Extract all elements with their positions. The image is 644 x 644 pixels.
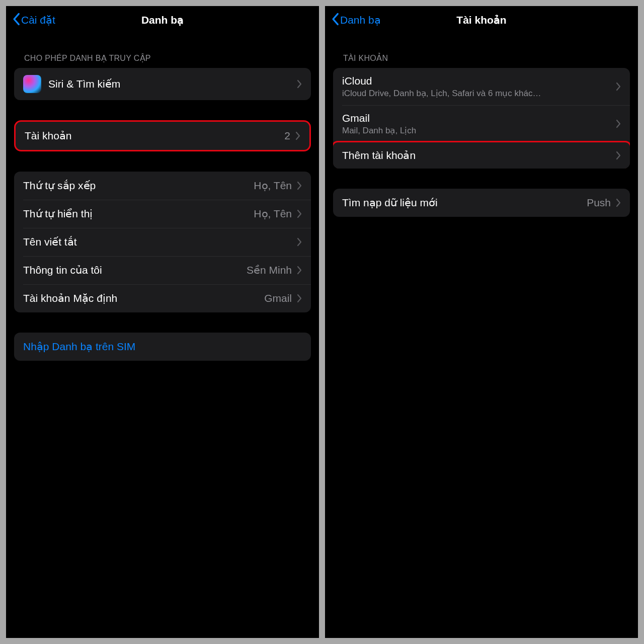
- chevron-right-icon: [616, 151, 621, 160]
- row-my-info[interactable]: Thông tin của tôi Sền Minh: [14, 256, 311, 284]
- row-label: Thông tin của tôi: [23, 264, 247, 276]
- row-short-name[interactable]: Tên viết tắt: [14, 228, 311, 256]
- row-label: Siri & Tìm kiếm: [48, 78, 297, 90]
- section-header-allow-access: CHO PHÉP DANH BẠ TRUY CẬP: [6, 34, 319, 68]
- siri-icon: [23, 75, 41, 93]
- chevron-right-icon: [295, 131, 300, 140]
- row-import-sim[interactable]: Nhập Danh bạ trên SIM: [14, 333, 311, 361]
- screen-accounts: Danh bạ Tài khoản TÀI KHOẢN iCloud iClou…: [325, 6, 638, 638]
- row-link-label: Nhập Danh bạ trên SIM: [23, 341, 135, 353]
- chevron-right-icon: [297, 266, 302, 275]
- chevron-right-icon: [616, 119, 621, 128]
- back-button[interactable]: Cài đặt: [12, 13, 55, 28]
- row-label: Thứ tự sắp xếp: [23, 180, 254, 192]
- nav-title: Tài khoản: [456, 14, 506, 26]
- row-sort-order[interactable]: Thứ tự sắp xếp Họ, Tên: [14, 172, 311, 200]
- chevron-right-icon: [297, 237, 302, 247]
- chevron-right-icon: [616, 198, 621, 207]
- group-preferences: Thứ tự sắp xếp Họ, Tên Thứ tự hiển thị H…: [14, 172, 311, 312]
- group-siri: Siri & Tìm kiếm: [14, 68, 311, 100]
- row-display-order[interactable]: Thứ tự hiển thị Họ, Tên: [14, 200, 311, 228]
- group-accounts-highlighted: Tài khoản 2: [14, 120, 311, 151]
- row-label: Tìm nạp dữ liệu mới: [342, 197, 587, 209]
- row-label: Tài khoản Mặc định: [23, 292, 264, 304]
- row-icloud[interactable]: iCloud iCloud Drive, Danh bạ, Lịch, Safa…: [333, 68, 630, 105]
- row-label: Tài khoản: [25, 130, 284, 142]
- row-value: Họ, Tên: [254, 180, 292, 192]
- chevron-right-icon: [616, 82, 621, 91]
- row-label: Gmail: [342, 112, 616, 124]
- chevron-right-icon: [297, 79, 302, 89]
- chevron-right-icon: [297, 209, 302, 218]
- row-default-account[interactable]: Tài khoản Mặc định Gmail: [14, 284, 311, 312]
- row-value: Gmail: [264, 292, 292, 304]
- nav-title: Danh bạ: [141, 14, 184, 26]
- chevron-right-icon: [297, 181, 302, 190]
- group-fetch: Tìm nạp dữ liệu mới Push: [333, 189, 630, 217]
- row-label: Thứ tự hiển thị: [23, 208, 254, 220]
- row-add-account-highlighted[interactable]: Thêm tài khoản: [333, 141, 630, 169]
- row-siri-search[interactable]: Siri & Tìm kiếm: [14, 68, 311, 100]
- row-sublabel: iCloud Drive, Danh bạ, Lịch, Safari và 6…: [342, 88, 616, 99]
- row-accounts[interactable]: Tài khoản 2: [16, 122, 309, 150]
- row-gmail[interactable]: Gmail Mail, Danh bạ, Lịch: [333, 105, 630, 142]
- chevron-left-icon: [331, 13, 339, 28]
- nav-bar: Danh bạ Tài khoản: [325, 6, 638, 34]
- row-label: Tên viết tắt: [23, 236, 297, 248]
- row-value: 2: [284, 130, 290, 142]
- row-sublabel: Mail, Danh bạ, Lịch: [342, 125, 616, 136]
- back-button[interactable]: Danh bạ: [331, 13, 381, 28]
- row-value: Sền Minh: [247, 264, 292, 276]
- group-accounts-list: iCloud iCloud Drive, Danh bạ, Lịch, Safa…: [333, 68, 630, 169]
- row-label: iCloud: [342, 75, 616, 87]
- row-label: Thêm tài khoản: [342, 149, 616, 162]
- nav-bar: Cài đặt Danh bạ: [6, 6, 319, 34]
- section-header-accounts: TÀI KHOẢN: [325, 34, 638, 68]
- chevron-left-icon: [12, 13, 20, 28]
- back-label: Cài đặt: [21, 14, 55, 26]
- group-sim-import: Nhập Danh bạ trên SIM: [14, 333, 311, 361]
- back-label: Danh bạ: [340, 14, 381, 26]
- row-fetch-data[interactable]: Tìm nạp dữ liệu mới Push: [333, 189, 630, 217]
- screen-contacts-settings: Cài đặt Danh bạ CHO PHÉP DANH BẠ TRUY CẬ…: [6, 6, 319, 638]
- row-value: Họ, Tên: [254, 208, 292, 220]
- row-value: Push: [587, 197, 611, 209]
- chevron-right-icon: [297, 294, 302, 303]
